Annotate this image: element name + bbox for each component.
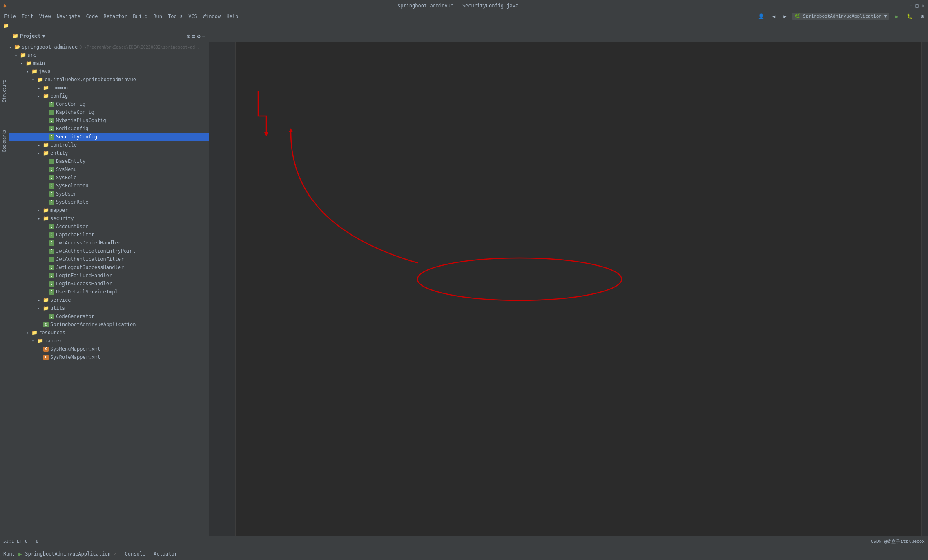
tree-item-SysRoleMenu[interactable]: CSysRoleMenu [9, 182, 209, 190]
tree-item-icon: 📁 [31, 329, 38, 336]
tree-item-JwtAccessDeniedHandler[interactable]: CJwtAccessDeniedHandler [9, 239, 209, 247]
tree-item-service[interactable]: ▸📁service [9, 296, 209, 304]
menu-item-tools[interactable]: Tools [165, 13, 185, 20]
tree-item-icon: 📁 [42, 142, 49, 148]
tree-expand-arrow: ▾ [26, 331, 31, 335]
tree-expand-arrow: ▸ [38, 306, 42, 311]
tree-item-CodeGenerator[interactable]: CCodeGenerator [9, 312, 209, 320]
project-dropdown-icon[interactable]: ▼ [42, 33, 45, 39]
tree-item-SysMenuMapper.xml[interactable]: XSysMenuMapper.xml [9, 345, 209, 353]
tree-item-BaseEntity[interactable]: CBaseEntity [9, 157, 209, 165]
run-close-icon[interactable]: ✕ [114, 551, 117, 556]
tree-item-SysUser[interactable]: CSysUser [9, 190, 209, 198]
tree-item-label: SysMenuMapper.xml [50, 346, 100, 352]
tree-item-label: SysRole [56, 175, 77, 180]
run-btn[interactable]: ▶ [892, 12, 901, 20]
tree-item-entity[interactable]: ▾📁entity [9, 149, 209, 157]
menu-item-code[interactable]: Code [84, 13, 100, 20]
menu-item-window[interactable]: Window [201, 13, 223, 20]
tree-item-src[interactable]: ▾📁src [9, 51, 209, 59]
tree-item-KaptchaConfig[interactable]: CKaptchaConfig [9, 108, 209, 116]
nav-forward-icon[interactable]: ▶ [781, 13, 789, 20]
tree-item-JwtLogoutSuccessHandler[interactable]: CJwtLogoutSuccessHandler [9, 263, 209, 271]
tree-item-label: CodeGenerator [56, 313, 94, 319]
tree-item-label: config [50, 93, 68, 99]
bookmarks-panel-tab[interactable]: Bookmarks [2, 130, 7, 152]
tree-item-RedisConfig[interactable]: CRedisConfig [9, 124, 209, 133]
tree-item-common[interactable]: ▸📁common [9, 84, 209, 92]
debug-btn[interactable]: 🐛 [904, 13, 915, 20]
app-run-label[interactable]: SpringbootAdminvueApplication [25, 551, 111, 557]
tree-expand-arrow: ▾ [26, 69, 31, 74]
menu-item-view[interactable]: View [37, 13, 54, 20]
tree-expand-arrow: ▾ [20, 61, 25, 66]
menu-item-refactor[interactable]: Refactor [101, 13, 129, 20]
tree-item-SysRoleMapper.xml[interactable]: XSysRoleMapper.xml [9, 353, 209, 361]
run-config-dropdown[interactable]: 🌿 SpringbootAdminvueApplication ▼ [792, 13, 889, 20]
tree-item-JwtAuthenticationFilter[interactable]: CJwtAuthenticationFilter [9, 255, 209, 263]
tree-expand-arrow: ▾ [38, 151, 42, 156]
tree-item-utils[interactable]: ▸📁utils [9, 304, 209, 312]
tree-item-main[interactable]: ▾📁main [9, 59, 209, 67]
tree-item-AccountUser[interactable]: CAccountUser [9, 222, 209, 231]
tree-item-controller[interactable]: ▸📁controller [9, 141, 209, 149]
tree-item-SpringbootAdminvueApplication[interactable]: CSpringbootAdminvueApplication [9, 320, 209, 329]
tree-item-icon: X [42, 346, 49, 352]
tree-item-security[interactable]: ▾📁security [9, 214, 209, 222]
tree-item-CaptchaFilter[interactable]: CCaptchaFilter [9, 231, 209, 239]
tree-item-mapper[interactable]: ▸📁mapper [9, 206, 209, 214]
maximize-btn[interactable]: □ [916, 3, 919, 9]
status-caret: 53:1 LF UTF-8 [3, 539, 38, 544]
tree-item-icon: C [48, 174, 55, 181]
menu-item-help[interactable]: Help [224, 13, 241, 20]
tree-item-JwtAuthenticationEntryPoint[interactable]: CJwtAuthenticationEntryPoint [9, 247, 209, 255]
settings-icon[interactable]: ⚙ [197, 33, 200, 39]
run-icon: ▶ [18, 551, 22, 557]
tree-item-LoginSuccessHandler[interactable]: CLoginSuccessHandler [9, 280, 209, 288]
menu-item-edit[interactable]: Edit [19, 13, 36, 20]
actuator-tab[interactable]: Actuator [154, 551, 177, 557]
tree-item-UserDetailServiceImpl[interactable]: CUserDetailServiceImpl [9, 288, 209, 296]
tree-item-icon: C [48, 272, 55, 279]
menu-item-navigate[interactable]: Navigate [54, 13, 83, 20]
tree-item-SecurityConfig[interactable]: CSecurityConfig [9, 133, 209, 141]
structure-panel-tab[interactable]: Structure [2, 80, 7, 102]
code-editor[interactable] [236, 42, 921, 536]
hide-icon[interactable]: − [202, 33, 205, 39]
tree-item-SysRole[interactable]: CSysRole [9, 173, 209, 182]
tree-item-mapper-res[interactable]: ▾📁mapper [9, 337, 209, 345]
menu-item-file[interactable]: File [2, 13, 18, 20]
minimize-btn[interactable]: − [909, 3, 912, 9]
console-tab[interactable]: Console [125, 551, 145, 557]
menu-item-build[interactable]: Build [130, 13, 150, 20]
tree-item-config[interactable]: ▾📁config [9, 92, 209, 100]
close-btn[interactable]: ✕ [922, 3, 925, 9]
tree-item-java[interactable]: ▾📁java [9, 67, 209, 76]
tree-item-icon: C [48, 264, 55, 271]
tree-item-label: common [50, 85, 68, 91]
tree-item-label: CaptchaFilter [56, 232, 94, 238]
tree-item-icon: C [48, 199, 55, 205]
tree-item-icon: 📁 [37, 76, 43, 83]
tree-item-resources[interactable]: ▾📁resources [9, 329, 209, 337]
breadcrumb-folder-icon: 📁 [3, 23, 9, 29]
menu-item-vcs[interactable]: VCS [186, 13, 200, 20]
tree-item-SysMenu[interactable]: CSysMenu [9, 165, 209, 173]
menu-item-run[interactable]: Run [151, 13, 165, 20]
status-bar: 53:1 LF UTF-8 CSDN @蓝盒子itbluebox [0, 536, 928, 547]
locate-icon[interactable]: ⊕ [187, 33, 190, 39]
tree-item-CorsConfig[interactable]: CCorsConfig [9, 100, 209, 108]
tree-item-cn.itbluebox[interactable]: ▾📁cn.itbluebox.springbootadminvue [9, 76, 209, 84]
settings-btn2[interactable]: ⚙ [919, 13, 926, 20]
collapse-icon[interactable]: ≡ [192, 33, 195, 39]
tree-item-springboot-root[interactable]: ▾📂springboot-adminvueD:\ProgramWorkSpace… [9, 43, 209, 51]
tree-item-MybatisPlusConfig[interactable]: CMybatisPlusConfig [9, 116, 209, 124]
tree-item-SysUserRole[interactable]: CSysUserRole [9, 198, 209, 206]
nav-back-icon[interactable]: ◀ [770, 13, 778, 20]
tree-item-LoginFailureHandler[interactable]: CLoginFailureHandler [9, 271, 209, 280]
tree-item-label: service [50, 297, 71, 303]
user-icon[interactable]: 👤 [756, 13, 767, 20]
tree-item-icon: 📁 [42, 150, 49, 156]
line-numbers [217, 42, 236, 536]
tree-item-label: entity [50, 150, 68, 156]
